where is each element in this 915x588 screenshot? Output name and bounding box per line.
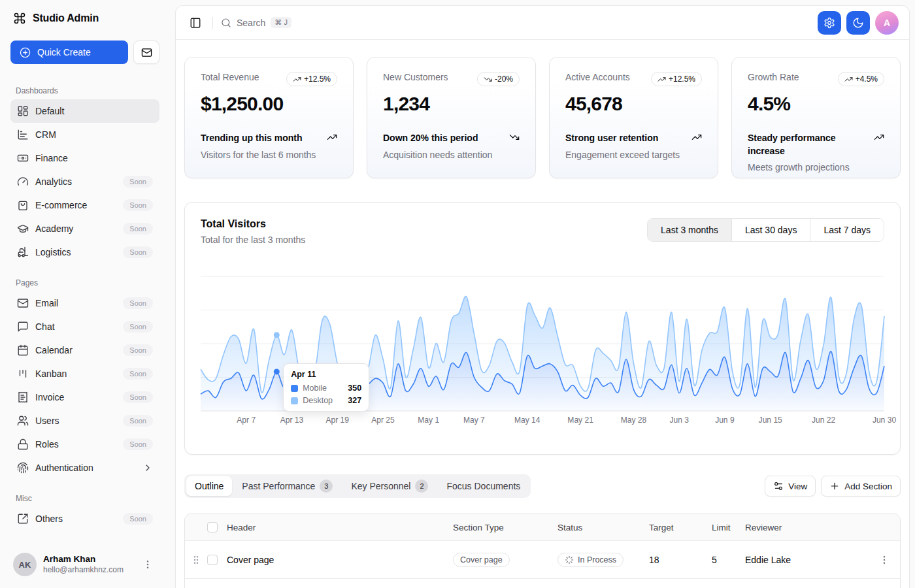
sidebar-item-calendar[interactable]: CalendarSoon bbox=[10, 338, 159, 362]
circle-plus-icon bbox=[20, 47, 31, 58]
x-axis-tick: May 28 bbox=[621, 416, 647, 425]
sidebar-item-authentication[interactable]: Authentication bbox=[10, 456, 159, 480]
x-axis-tick: Jun 30 bbox=[873, 416, 896, 425]
tab-focus-documents[interactable]: Focus Documents bbox=[438, 476, 529, 496]
section-type-badge: Cover page bbox=[453, 553, 510, 567]
stat-card-headline: Strong user retention bbox=[565, 132, 702, 145]
sidebar-item-e-commerce[interactable]: E-commerceSoon bbox=[10, 193, 159, 217]
ellipsis-vertical-icon bbox=[142, 559, 153, 570]
sliders-icon bbox=[773, 481, 784, 491]
stat-card-subtext: Visitors for the last 6 months bbox=[201, 150, 337, 160]
sidebar-item-invoice[interactable]: InvoiceSoon bbox=[10, 385, 159, 409]
sidebar-item-email[interactable]: EmailSoon bbox=[10, 291, 159, 315]
search-input[interactable]: Search ⌘ J bbox=[221, 17, 291, 28]
receipt-icon bbox=[17, 391, 29, 403]
sidebar-item-label: Calendar bbox=[35, 345, 116, 355]
sidebar-item-roles[interactable]: RolesSoon bbox=[10, 433, 159, 456]
tab-count-badge: 3 bbox=[320, 480, 333, 493]
trending-down-icon bbox=[484, 75, 492, 84]
sidebar-item-label: CRM bbox=[35, 129, 153, 140]
sidebar-item-label: Email bbox=[35, 298, 116, 308]
sidebar-item-default[interactable]: Default bbox=[10, 99, 159, 123]
user-menu[interactable]: AK Arham Khan hello@arhamkhnz.com bbox=[10, 549, 159, 580]
stat-card-subtext: Engagement exceed targets bbox=[565, 150, 702, 160]
row-menu-button[interactable] bbox=[875, 551, 893, 569]
fingerprint-icon bbox=[17, 462, 29, 474]
sidebar-item-kanban[interactable]: KanbanSoon bbox=[10, 362, 159, 385]
tab-key-personnel[interactable]: Key Personnel2 bbox=[342, 476, 437, 496]
view-button[interactable]: View bbox=[765, 476, 816, 497]
sidebar-nav: DashboardsDefaultCRMFinanceAnalyticsSoon… bbox=[10, 86, 159, 545]
trending-up-icon bbox=[844, 75, 853, 84]
sidebar-item-logistics[interactable]: LogisticsSoon bbox=[10, 240, 159, 264]
kanban-icon bbox=[17, 368, 29, 380]
add-section-label: Add Section bbox=[844, 482, 892, 491]
stat-card-headline-text: Strong user retention bbox=[565, 132, 658, 145]
soon-badge: Soon bbox=[123, 246, 153, 258]
add-section-button[interactable]: Add Section bbox=[821, 476, 901, 497]
drag-handle[interactable] bbox=[185, 555, 207, 565]
stat-card-title: Total Revenue bbox=[201, 72, 259, 82]
inbox-button[interactable] bbox=[133, 41, 159, 64]
sidebar-item-users[interactable]: UsersSoon bbox=[10, 409, 159, 433]
soon-badge: Soon bbox=[123, 199, 153, 211]
topbar: Search ⌘ J A bbox=[176, 6, 909, 40]
calendar-icon bbox=[17, 344, 29, 356]
sidebar-item-analytics[interactable]: AnalyticsSoon bbox=[10, 170, 159, 193]
sidebar-item-label: Roles bbox=[35, 439, 116, 449]
area-chart[interactable]: Apr 7Apr 13Apr 19Apr 25May 1May 7May 14M… bbox=[201, 272, 884, 427]
app-brand[interactable]: Studio Admin bbox=[10, 12, 159, 25]
range-last-3-months[interactable]: Last 3 months bbox=[648, 219, 731, 241]
tab-outline[interactable]: Outline bbox=[186, 476, 232, 496]
users-icon bbox=[17, 415, 29, 427]
search-placeholder: Search bbox=[237, 18, 265, 28]
divider bbox=[212, 17, 213, 29]
row-header-cell: Cover page bbox=[227, 555, 453, 565]
stat-card-headline-text: Down 20% this period bbox=[383, 132, 478, 145]
stat-card-headline: Down 20% this period bbox=[383, 132, 520, 145]
layout-dashboard-icon bbox=[17, 105, 29, 117]
sidebar-item-chat[interactable]: ChatSoon bbox=[10, 315, 159, 338]
soon-badge: Soon bbox=[123, 368, 153, 380]
trend-badge-value: -20% bbox=[495, 74, 513, 84]
panel-left-icon bbox=[190, 17, 201, 29]
sidebar-item-crm[interactable]: CRM bbox=[10, 123, 159, 146]
settings-button[interactable] bbox=[818, 11, 841, 35]
sidebar-item-academy[interactable]: AcademySoon bbox=[10, 217, 159, 240]
command-icon bbox=[13, 12, 26, 25]
user-name: Arham Khan bbox=[43, 554, 132, 565]
status-badge: In Process bbox=[557, 553, 624, 567]
app-title: Studio Admin bbox=[33, 12, 99, 24]
row-checkbox[interactable] bbox=[207, 555, 218, 565]
mail-icon bbox=[17, 297, 29, 309]
sidebar-item-label: Users bbox=[35, 416, 116, 426]
table-header-row: HeaderSection TypeStatusTargetLimitRevie… bbox=[185, 514, 900, 540]
trending-up-icon bbox=[874, 132, 884, 142]
range-last-30-days[interactable]: Last 30 days bbox=[731, 219, 810, 241]
quick-create-button[interactable]: Quick Create bbox=[10, 41, 128, 64]
theme-toggle-button[interactable] bbox=[846, 11, 870, 35]
section-tabs-row: OutlinePast Performance3Key Personnel2Fo… bbox=[184, 474, 901, 498]
sidebar-toggle-button[interactable] bbox=[186, 14, 205, 32]
tab-past-performance[interactable]: Past Performance3 bbox=[233, 476, 341, 496]
time-range-toggle: Last 3 monthsLast 30 daysLast 7 days bbox=[647, 218, 884, 242]
sidebar-item-finance[interactable]: Finance bbox=[10, 146, 159, 170]
user-menu-button[interactable] bbox=[139, 555, 157, 574]
stat-card-value: $1,250.00 bbox=[201, 93, 337, 115]
gear-icon bbox=[824, 17, 835, 29]
x-axis-tick: May 21 bbox=[567, 416, 593, 425]
soon-badge: Soon bbox=[123, 223, 153, 235]
status-label: In Process bbox=[578, 555, 616, 564]
series-value: 350 bbox=[348, 384, 361, 393]
range-last-7-days[interactable]: Last 7 days bbox=[810, 219, 884, 241]
shopping-bag-icon bbox=[17, 199, 29, 211]
soon-badge: Soon bbox=[123, 344, 153, 356]
soon-badge: Soon bbox=[123, 391, 153, 403]
trending-up-icon bbox=[293, 75, 301, 84]
profile-avatar[interactable]: A bbox=[875, 11, 899, 35]
tooltip-series-row: Desktop327 bbox=[291, 396, 361, 405]
loader-icon bbox=[565, 555, 574, 564]
sidebar-item-others[interactable]: OthersSoon bbox=[10, 507, 159, 531]
x-axis-tick: Jun 9 bbox=[715, 416, 735, 425]
select-all-checkbox[interactable] bbox=[207, 522, 218, 532]
